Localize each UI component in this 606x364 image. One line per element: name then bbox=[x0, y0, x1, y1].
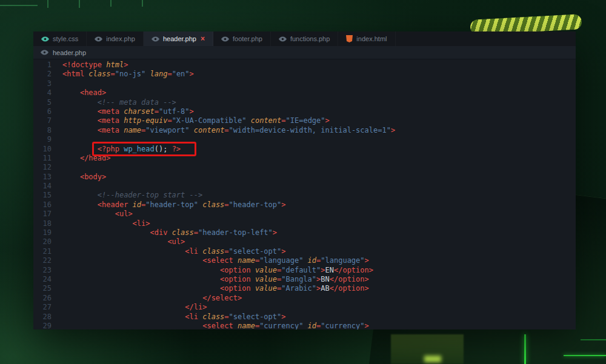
code-line: 14 bbox=[33, 182, 576, 191]
line-number: 16 bbox=[33, 200, 52, 210]
background-decoration bbox=[79, 0, 80, 8]
code-line: 15 <!--header-top start --> bbox=[33, 191, 576, 200]
line-number: 24 bbox=[33, 275, 52, 284]
code-line: 7 <meta http-equiv="X-UA-Compatible" con… bbox=[33, 116, 576, 125]
background-decoration bbox=[47, 0, 48, 8]
breadcrumb-label: header.php bbox=[53, 49, 86, 56]
line-number: 20 bbox=[33, 237, 52, 247]
code-line: 23 <option value="default">EN</option> bbox=[33, 266, 576, 275]
tab-index.php[interactable]: index.php bbox=[87, 31, 144, 46]
line-number: 3 bbox=[33, 79, 52, 88]
line-number: 21 bbox=[33, 247, 52, 256]
line-number: 12 bbox=[33, 163, 52, 172]
background-decoration bbox=[564, 355, 606, 356]
code-line: 24 <option value="Bangla">BN</option> bbox=[33, 275, 576, 284]
background-decoration bbox=[424, 356, 441, 362]
line-number: 9 bbox=[33, 135, 52, 144]
line-number: 8 bbox=[33, 126, 52, 135]
annotation-box: <?php wp_head(); ?> bbox=[98, 145, 181, 154]
code-line: 22 <select name="language" id="language"… bbox=[33, 256, 576, 265]
code-line: 20 <ul> bbox=[33, 237, 576, 247]
line-number: 15 bbox=[33, 191, 52, 200]
line-number: 14 bbox=[33, 182, 52, 191]
code-line: 9 bbox=[33, 135, 576, 144]
tab-label: header.php bbox=[163, 35, 196, 42]
eye-icon bbox=[279, 36, 287, 42]
code-line: 8 <meta name="viewport" content="width=d… bbox=[33, 126, 576, 135]
tab-bar: style.cssindex.phpheader.php×footer.phpf… bbox=[33, 31, 576, 46]
line-number: 4 bbox=[33, 88, 52, 98]
background-decoration bbox=[142, 0, 143, 7]
code-line: 19 <div class="header-top-left"> bbox=[33, 228, 576, 237]
tab-label: style.css bbox=[53, 35, 78, 42]
tab-header.php[interactable]: header.php× bbox=[144, 31, 213, 46]
code-line: 12 bbox=[33, 163, 576, 172]
line-number: 19 bbox=[33, 228, 52, 237]
line-number: 27 bbox=[33, 303, 52, 312]
tab-footer.php[interactable]: footer.php bbox=[213, 31, 271, 46]
line-number: 17 bbox=[33, 210, 52, 219]
tab-label: index.html bbox=[356, 35, 387, 42]
code-line: 28 <li class="select-opt"> bbox=[33, 313, 576, 322]
line-number: 11 bbox=[33, 154, 52, 163]
close-icon[interactable]: × bbox=[201, 35, 205, 43]
code-line: 26 </select> bbox=[33, 294, 576, 303]
code-line: 10 <?php wp_head(); ?> bbox=[33, 145, 576, 154]
background-decoration bbox=[581, 339, 606, 340]
tab-style.css[interactable]: style.css bbox=[33, 31, 87, 46]
line-number: 26 bbox=[33, 294, 52, 303]
line-number: 2 bbox=[33, 70, 52, 79]
tab-label: functions.php bbox=[290, 35, 330, 42]
code-line: 5 <!-- meta data --> bbox=[33, 98, 576, 107]
line-number: 10 bbox=[33, 145, 52, 154]
code-line: 4 <head> bbox=[33, 88, 576, 98]
code-line: 29 <select name="currency" id="currency"… bbox=[33, 322, 576, 329]
editor-window: style.cssindex.phpheader.php×footer.phpf… bbox=[33, 31, 576, 329]
line-number: 5 bbox=[33, 98, 52, 107]
code-line: 18 <li> bbox=[33, 219, 576, 228]
line-number: 7 bbox=[33, 116, 52, 125]
line-number: 13 bbox=[33, 173, 52, 182]
line-number: 29 bbox=[33, 322, 52, 329]
tab-index.html[interactable]: index.html bbox=[338, 31, 395, 46]
html-icon bbox=[346, 35, 353, 42]
code-line: 13 <body> bbox=[33, 173, 576, 182]
tab-functions.php[interactable]: functions.php bbox=[271, 31, 338, 46]
code-line: 21 <li class="select-opt"> bbox=[33, 247, 576, 256]
code-line: 25 <option value="Arabic">AB</option> bbox=[33, 284, 576, 293]
eye-icon bbox=[41, 50, 48, 55]
line-number: 18 bbox=[33, 219, 52, 228]
eye-icon bbox=[41, 36, 49, 42]
background-decoration bbox=[524, 334, 526, 364]
line-number: 28 bbox=[33, 313, 52, 322]
breadcrumb: header.php bbox=[33, 46, 576, 59]
line-number: 6 bbox=[33, 107, 52, 116]
line-number: 25 bbox=[33, 284, 52, 293]
line-number: 22 bbox=[33, 256, 52, 265]
code-line: 17 <ul> bbox=[33, 210, 576, 219]
eye-icon bbox=[95, 36, 102, 42]
tab-label: footer.php bbox=[233, 35, 262, 42]
tab-label: index.php bbox=[106, 35, 135, 42]
code-line: 1<!doctype html> bbox=[33, 61, 576, 70]
code-line: 11 </head> bbox=[33, 154, 576, 163]
eye-icon bbox=[221, 36, 229, 42]
code-line: 16 <header id="header-top" class="header… bbox=[33, 200, 576, 210]
code-line: 6 <meta charset="utf-8"> bbox=[33, 107, 576, 116]
line-number: 23 bbox=[33, 266, 52, 275]
code-line: 3 bbox=[33, 79, 576, 88]
code-line: 2<html class="no-js" lang="en"> bbox=[33, 70, 576, 79]
line-number: 1 bbox=[33, 61, 52, 70]
background-decoration bbox=[0, 5, 38, 6]
code-area[interactable]: 1<!doctype html>2<html class="no-js" lan… bbox=[33, 59, 576, 329]
code-line: 27 </li> bbox=[33, 303, 576, 312]
eye-icon bbox=[152, 36, 159, 42]
background-decoration bbox=[110, 0, 112, 7]
